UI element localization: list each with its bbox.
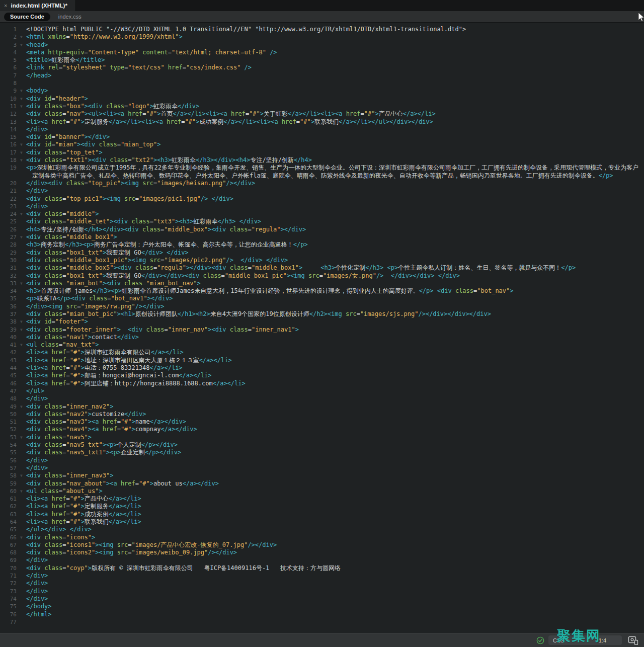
code-line[interactable]: 53▼<div class="nav5"> xyxy=(0,434,644,441)
preview-device-icon[interactable] xyxy=(628,636,639,645)
code-line[interactable]: 5<title>虹彩雨伞</title> xyxy=(0,56,644,64)
code-line[interactable]: 17▼<div class="top_tet"> xyxy=(0,149,644,156)
code-line[interactable]: 38▼<div id="footer"> xyxy=(0,318,644,326)
code-line[interactable]: 24▼<div class="middle"> xyxy=(0,210,644,218)
code-line[interactable]: 60▼<ul class="about_us"> xyxy=(0,488,644,495)
code-line[interactable]: 14</div> xyxy=(0,126,644,133)
code-line[interactable]: 62<li><a href="#">定制服务</a></li> xyxy=(0,503,644,510)
code-line[interactable]: 76</html> xyxy=(0,611,644,618)
code-line[interactable]: 26<h4>专注/坚持/创新</h4></div><div class="mid… xyxy=(0,226,644,233)
code-area[interactable]: 1<!DOCTYPE html PUBLIC "-//W3C//DTD XHTM… xyxy=(0,23,644,633)
fold-triangle-icon[interactable]: ▼ xyxy=(17,233,26,241)
code-line[interactable]: 6<link rel="stylesheet" type="text/css" … xyxy=(0,64,644,71)
fold-triangle-icon[interactable]: ▼ xyxy=(17,156,26,164)
code-line[interactable]: 13<li><a href="#">定制服务</a></li><li><a hr… xyxy=(0,118,644,126)
code-line[interactable]: 59<div class="nav_about"><a href="#">abo… xyxy=(0,480,644,488)
code-line[interactable]: 47</ul> xyxy=(0,387,644,395)
code-line[interactable]: 43<li><a href="#">地址：深圳市福田区南天大厦１栋２１３室</a… xyxy=(0,357,644,364)
tab-index-html[interactable]: × index.html (XHTML)* xyxy=(0,0,76,11)
code-line[interactable]: 16▼<div id="mian"><div class="mian_top"> xyxy=(0,141,644,148)
code-line[interactable]: 75</body> xyxy=(0,603,644,610)
fold-triangle-icon[interactable]: ▼ xyxy=(17,41,26,49)
code-line[interactable]: 61<li><a href="#">产品中心</a></li> xyxy=(0,495,644,503)
code-line[interactable]: 52<div class="nav4"><a href="#">compnay<… xyxy=(0,426,644,433)
code-line[interactable]: 12<div class="nav"><ul><li><a href="#">首… xyxy=(0,110,644,118)
fold-triangle-icon[interactable]: ▼ xyxy=(17,341,26,349)
fold-triangle-icon[interactable]: ▼ xyxy=(17,403,26,411)
fold-triangle-icon[interactable]: ▼ xyxy=(17,103,26,110)
code-line[interactable]: 54<div class="nav5_txt"><p>个人定制</p></div… xyxy=(0,441,644,449)
fold-triangle-icon[interactable]: ▼ xyxy=(17,472,26,479)
code-line[interactable]: 68<div class="icons2"><img src="images/w… xyxy=(0,549,644,556)
code-line[interactable]: 45<li><a href="#">邮箱：hongcai@hogncai-l.c… xyxy=(0,372,644,379)
code-line[interactable]: 72</div> xyxy=(0,580,644,587)
code-line[interactable]: 77 xyxy=(0,618,644,626)
code-line[interactable]: 22<div class="top_pic1"><img src="images… xyxy=(0,195,644,203)
fold-triangle-icon[interactable]: ▼ xyxy=(17,210,26,218)
code-line[interactable]: 70<div class="coyp">版权所有 © 深圳市虹彩雨伞有限公司 粤… xyxy=(0,564,644,572)
code-line[interactable]: 48</div> xyxy=(0,395,644,402)
code-line[interactable]: 31<div class="middle_box5"><div class="r… xyxy=(0,264,644,272)
code-line[interactable]: 57</div> xyxy=(0,464,644,472)
code-line[interactable]: 36</div><img src="images/rw.png"/></div> xyxy=(0,303,644,310)
code-line[interactable]: 8 xyxy=(0,79,644,87)
code-line[interactable]: 44<li><a href="#">电话：0755-83321348</a></… xyxy=(0,364,644,372)
code-line[interactable]: 34<h3>首席设计师 james</h3><p>虹彩雨伞首席设计师James来… xyxy=(0,287,644,295)
code-line[interactable]: 20</div><div class="top_pic"><img src="i… xyxy=(0,180,644,187)
code-line[interactable]: 37<div class="mian_bot_pic"><h1>原创设计师团队<… xyxy=(0,310,644,318)
code-line[interactable]: 1<!DOCTYPE html PUBLIC "-//W3C//DTD XHTM… xyxy=(0,26,644,33)
fold-triangle-icon[interactable]: ▼ xyxy=(17,534,26,541)
code-line[interactable]: 41▼<ul class="nav_txt"> xyxy=(0,341,644,349)
code-line[interactable]: 56</div> xyxy=(0,457,644,464)
code-line[interactable]: 40<div class="nav1">contact</div> xyxy=(0,334,644,341)
fold-triangle-icon[interactable]: ▼ xyxy=(17,326,26,334)
code-line[interactable]: 46<li><a href="#">阿里店铺：http://hongcai888… xyxy=(0,380,644,387)
code-line[interactable]: 35<p>联系TA</p><div class="bot_nav1"></div… xyxy=(0,295,644,302)
fold-triangle-icon[interactable]: ▼ xyxy=(17,280,26,287)
fold-triangle-icon[interactable]: ▼ xyxy=(17,434,26,441)
fold-triangle-icon[interactable]: ▼ xyxy=(17,87,26,95)
code-line[interactable]: 74</div> xyxy=(0,595,644,603)
code-line[interactable]: 30<div class="middle_box1_pic"><img src=… xyxy=(0,257,644,264)
code-line[interactable]: 28<h3>商务定制</h3><p>商务广告伞定制：户外太阳伞、帐篷伞、高尔夫伞… xyxy=(0,241,644,249)
code-line[interactable]: 4<meta http-equiv="Content-Type" content… xyxy=(0,49,644,56)
tab-index-css[interactable]: index.css xyxy=(58,14,82,20)
fold-triangle-icon[interactable]: ▼ xyxy=(17,318,26,326)
fold-triangle-icon[interactable]: ▼ xyxy=(17,33,26,41)
code-line[interactable]: 21</div> xyxy=(0,187,644,195)
fold-triangle-icon[interactable]: ▼ xyxy=(17,95,26,103)
fold-triangle-icon[interactable]: ▼ xyxy=(17,149,26,156)
code-line[interactable]: 27▼<div class="middle_box1"> xyxy=(0,233,644,241)
code-line[interactable]: 10▼<div id="header"> xyxy=(0,95,644,103)
code-line[interactable]: 67<div class="icons1"><img src="images/产… xyxy=(0,541,644,549)
code-line[interactable]: 33▼<div class="mian_bot"><div class="mia… xyxy=(0,280,644,287)
code-line[interactable]: 9▼<body> xyxy=(0,87,644,95)
code-line[interactable]: 66▼<div class="icons"> xyxy=(0,534,644,541)
code-line[interactable]: 55<div class="nav5_txt1"><p>企业定制</p></di… xyxy=(0,449,644,456)
code-line[interactable]: 69</div> xyxy=(0,556,644,564)
code-line[interactable]: 29<div class="box1_txt">我要定制 GO</div> </… xyxy=(0,249,644,257)
code-line[interactable]: 49▼<div class="inner_nav2"> xyxy=(0,403,644,411)
code-line[interactable]: 3▼<head> xyxy=(0,41,644,49)
code-line[interactable]: 11▼<div class="box"><div class="logo">虹彩… xyxy=(0,103,644,110)
code-line[interactable]: 7</head> xyxy=(0,72,644,79)
code-line[interactable]: 63<li><a href="#">成功案例</a></li> xyxy=(0,511,644,518)
close-icon[interactable]: × xyxy=(4,3,7,9)
code-line[interactable]: 15<div id="banner"></div> xyxy=(0,133,644,141)
fold-triangle-icon[interactable]: ▼ xyxy=(17,488,26,495)
code-line[interactable]: 42<li><a href="#">深圳市虹彩雨伞有限公司</a></li> xyxy=(0,349,644,356)
tab-source-code[interactable]: Source Code xyxy=(4,13,50,21)
code-line[interactable]: 58▼<div class="inner_nav3"> xyxy=(0,472,644,479)
code-line[interactable]: 32<div class="box1_txt">我要定制 GO</div></d… xyxy=(0,272,644,280)
code-line[interactable]: 51<div class="nav3"><a href="#">name</a>… xyxy=(0,418,644,426)
code-line[interactable]: 39▼<div class="footer_inner"> <div class… xyxy=(0,326,644,334)
fold-triangle-icon[interactable]: ▼ xyxy=(17,141,26,148)
code-line[interactable]: 19<p>深圳虹彩雨伞有限公司成立于1995年，具有22多年专业制伞经验，集雨伞… xyxy=(0,164,644,180)
code-line[interactable]: 73</div> xyxy=(0,588,644,595)
code-line[interactable]: 18▼<div class="txt1"><div class="txt2"><… xyxy=(0,156,644,164)
code-line[interactable]: 2▼<html xmlns="http://www.w3.org/1999/xh… xyxy=(0,33,644,41)
code-line[interactable]: 23</div> xyxy=(0,203,644,210)
code-line[interactable]: 25<div class="middle_tet"><div class="tx… xyxy=(0,218,644,225)
code-line[interactable]: 50<div class="nav2">customize</div> xyxy=(0,411,644,418)
code-line[interactable]: 71</div> xyxy=(0,572,644,580)
